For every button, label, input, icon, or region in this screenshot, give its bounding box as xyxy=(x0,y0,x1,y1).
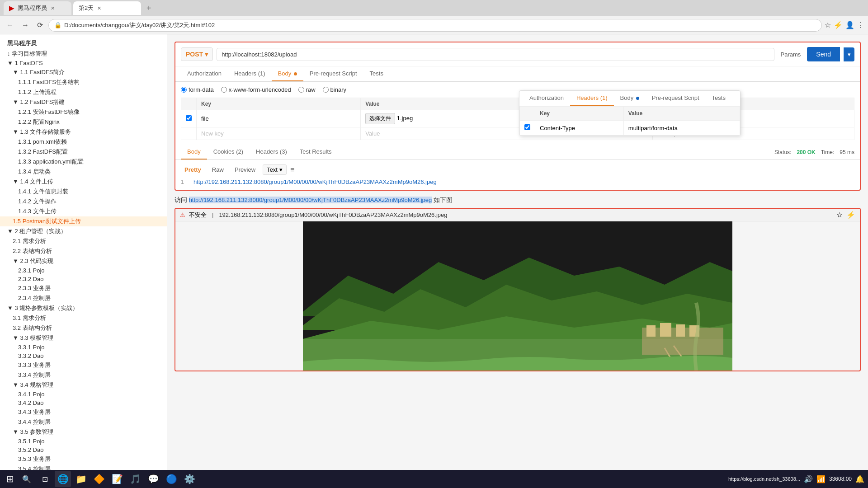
choose-file-button[interactable]: 选择文件 xyxy=(365,113,395,124)
popup-checkbox[interactable] xyxy=(524,124,530,130)
new-key-cell[interactable]: New key xyxy=(197,127,361,140)
format-type-select[interactable]: Text ▾ xyxy=(263,164,287,175)
tab-blackhorse[interactable]: ▶ 黑马程序员 ✕ xyxy=(4,1,71,15)
sidebar-item-3-5-3[interactable]: 3.5.3 业务层 xyxy=(0,454,167,464)
sidebar-item-1-1-1[interactable]: 1.1.1 FastDFS任务结构 xyxy=(0,77,167,87)
sidebar-section-3[interactable]: ▼ 3 规格参数模板（实战） xyxy=(0,303,167,313)
sidebar-section-1[interactable]: ▼ 1 FastDFS xyxy=(0,59,167,67)
taskbar-app3[interactable]: 🎵 xyxy=(127,471,143,487)
popup-tab-tests[interactable]: Tests xyxy=(706,91,732,106)
popup-tab-auth[interactable]: Authorization xyxy=(523,91,570,106)
sidebar-item-3-3-3[interactable]: 3.3.3 业务层 xyxy=(0,360,167,370)
reload-button[interactable]: ⟳ xyxy=(34,19,46,31)
taskbar-app4[interactable]: 💬 xyxy=(145,471,161,487)
sidebar-item-1-2-2[interactable]: 1.2.2 配置Nginx xyxy=(0,117,167,127)
params-button[interactable]: Params xyxy=(778,48,804,61)
radio-binary[interactable]: binary xyxy=(323,86,346,93)
bookmark-button[interactable]: ☆ xyxy=(825,21,831,29)
sidebar-item-1-5[interactable]: 1.5 Postman测试文件上传 xyxy=(0,216,167,226)
sidebar-item-1-4[interactable]: ▼ 1.4 文件上传 xyxy=(0,177,167,187)
sidebar-item-study-target[interactable]: ↕ 学习目标管理 xyxy=(0,49,167,59)
sidebar-item-3-3-2[interactable]: 3.3.2 Dao xyxy=(0,352,167,360)
sidebar-item-2-3-2[interactable]: 2.3.2 Dao xyxy=(0,275,167,283)
profile-button[interactable]: 👤 xyxy=(845,21,854,29)
sidebar-section-2[interactable]: ▼ 2 租户管理（实战） xyxy=(0,226,167,236)
sidebar-item-1-3-3[interactable]: 1.3.3 application.yml配置 xyxy=(0,157,167,167)
sidebar-item-1-3-4[interactable]: 1.3.4 启动类 xyxy=(0,167,167,177)
resp-tab-body[interactable]: Body xyxy=(181,145,207,160)
url-input[interactable] xyxy=(217,48,774,61)
sidebar-item-2-2[interactable]: 2.2 表结构分析 xyxy=(0,246,167,256)
sidebar-item-1-3-1[interactable]: 1.3.1 pom.xml依赖 xyxy=(0,137,167,147)
sidebar-item-1-2[interactable]: ▼ 1.2 FastDFS搭建 xyxy=(0,97,167,107)
radio-raw[interactable]: raw xyxy=(298,86,316,93)
tab-headers[interactable]: Headers (1) xyxy=(228,66,272,81)
resp-tab-tests[interactable]: Test Results xyxy=(293,145,338,160)
sidebar-item-3-4-2[interactable]: 3.4.2 Dao xyxy=(0,399,167,407)
popup-tab-headers[interactable]: Headers (1) xyxy=(570,91,614,106)
sidebar-item-1-4-1[interactable]: 1.4.1 文件信息封装 xyxy=(0,187,167,197)
notification-button[interactable]: 🔔 xyxy=(855,475,864,483)
sidebar-item-top[interactable]: 黑马程序员 xyxy=(0,38,167,49)
sidebar-item-3-4-1[interactable]: 3.4.1 Pojo xyxy=(0,390,167,399)
sidebar-item-3-3[interactable]: ▼ 3.3 模板管理 xyxy=(0,333,167,343)
taskbar-task-view[interactable]: ⊡ xyxy=(37,471,53,487)
taskbar-chrome[interactable]: 🌐 xyxy=(55,471,71,487)
inner-bookmark-btn[interactable]: ☆ xyxy=(836,211,843,219)
popup-tab-prerequest[interactable]: Pre-request Script xyxy=(646,91,706,106)
sidebar-item-1-4-2[interactable]: 1.4.2 文件操作 xyxy=(0,197,167,206)
forward-button[interactable]: → xyxy=(19,19,32,31)
sidebar-item-3-4-3[interactable]: 3.4.3 业务层 xyxy=(0,407,167,417)
sidebar-item-1-1-2[interactable]: 1.1.2 上传流程 xyxy=(0,87,167,97)
tab-tests[interactable]: Tests xyxy=(363,66,390,81)
tab-authorization[interactable]: Authorization xyxy=(181,66,228,81)
sidebar-item-3-4-4[interactable]: 3.4.4 控制层 xyxy=(0,417,167,427)
sidebar-item-3-5-2[interactable]: 3.5.2 Dao xyxy=(0,446,167,454)
address-bar[interactable]: 🔒 D:/documents/changgou/讲义/day02/讲义/第2天.… xyxy=(48,19,822,32)
taskbar-explorer[interactable]: 📁 xyxy=(73,471,89,487)
sidebar-item-1-3-2[interactable]: 1.3.2 FastDFS配置 xyxy=(0,147,167,157)
wrap-button[interactable]: ≡ xyxy=(290,166,294,174)
sidebar-item-1-2-1[interactable]: 1.2.1 安装FastDFS镜像 xyxy=(0,107,167,117)
response-url[interactable]: http://192.168.211.132:8080/group1/M00/0… xyxy=(193,178,437,185)
sidebar-item-2-3-3[interactable]: 2.3.3 业务层 xyxy=(0,283,167,293)
sidebar-item-1-4-3[interactable]: 1.4.3 文件上传 xyxy=(0,206,167,216)
send-button[interactable]: Send xyxy=(807,47,840,61)
sidebar-item-2-1[interactable]: 2.1 需求分析 xyxy=(0,236,167,246)
send-dropdown-button[interactable]: ▾ xyxy=(844,47,854,61)
sidebar-item-1-1[interactable]: ▼ 1.1 FastDFS简介 xyxy=(0,67,167,77)
method-select[interactable]: POST ▾ xyxy=(181,47,213,61)
visit-url[interactable]: http://192.168.211.132:8080/group1/M00/0… xyxy=(189,197,432,203)
taskbar-app6[interactable]: ⚙️ xyxy=(181,471,198,487)
format-preview[interactable]: Preview xyxy=(231,164,259,175)
start-button[interactable]: ⊞ xyxy=(4,472,17,486)
sidebar-item-3-2[interactable]: 3.2 表结构分析 xyxy=(0,323,167,333)
sidebar-item-2-3-4[interactable]: 2.3.4 控制层 xyxy=(0,293,167,303)
tab-prerequest[interactable]: Pre-request Script xyxy=(303,66,363,81)
format-pretty[interactable]: Pretty xyxy=(181,164,205,175)
sidebar-item-3-3-4[interactable]: 3.3.4 控制层 xyxy=(0,370,167,380)
tab2-close-btn[interactable]: ✕ xyxy=(97,5,101,11)
back-button[interactable]: ← xyxy=(4,19,16,31)
sidebar-item-3-5[interactable]: ▼ 3.5 参数管理 xyxy=(0,427,167,437)
taskbar-search[interactable]: 🔍 xyxy=(19,471,35,487)
menu-button[interactable]: ⋮ xyxy=(857,21,864,29)
sidebar-item-1-3[interactable]: ▼ 1.3 文件存储微服务 xyxy=(0,127,167,137)
radio-formdata[interactable]: form-data xyxy=(181,86,214,93)
resp-tab-cookies[interactable]: Cookies (2) xyxy=(207,145,250,160)
taskbar-app1[interactable]: 🔶 xyxy=(91,471,107,487)
format-raw[interactable]: Raw xyxy=(208,164,227,175)
resp-tab-headers[interactable]: Headers (3) xyxy=(250,145,293,160)
sidebar-item-3-5-1[interactable]: 3.5.1 Pojo xyxy=(0,437,167,446)
tab-body[interactable]: Body xyxy=(272,66,303,81)
radio-urlencoded[interactable]: x-www-form-urlencoded xyxy=(221,86,291,93)
sidebar-item-3-3-1[interactable]: 3.3.1 Pojo xyxy=(0,343,167,352)
popup-tab-body[interactable]: Body xyxy=(614,91,646,106)
taskbar-app5[interactable]: 🔵 xyxy=(163,471,179,487)
inner-action-btn[interactable]: ⚡ xyxy=(846,211,855,219)
sidebar-item-2-3-1[interactable]: 2.3.1 Pojo xyxy=(0,266,167,275)
tab-close-btn[interactable]: ✕ xyxy=(51,5,55,11)
tray-volume[interactable]: 🔊 xyxy=(804,475,813,483)
kv-checkbox-file[interactable] xyxy=(186,115,192,121)
sidebar-item-3-4[interactable]: ▼ 3.4 规格管理 xyxy=(0,380,167,390)
